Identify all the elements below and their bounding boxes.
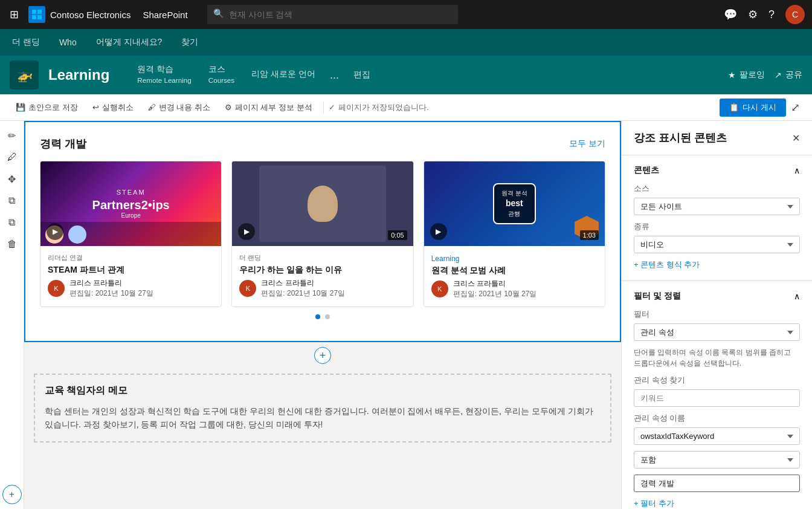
discard-button[interactable]: 🖋 변경 내용 취소 [142,100,216,115]
add-webpart-row: + [24,342,621,369]
chat-icon[interactable]: 💬 [724,8,737,21]
card-1-author: K 크리스 프라틀리 편집일: 2021년 10월 27일 [48,278,214,299]
discard-icon: 🖋 [148,103,156,112]
nav-item-who[interactable]: Who [59,35,77,50]
add-filter-button[interactable]: + 필터 추가 [634,498,800,509]
card-2: ▶ 0:05 더 랜딩 우리가 하는 일을 하는 이유 K 크리스 프라틀리 편… [231,161,413,307]
nav-item-find[interactable]: 찾기 [181,34,198,50]
partners-label: Partners2•ips [92,198,170,212]
card-1-thumb-bg: STEAM Partners2•ips Europe [40,161,221,246]
text-section-body: 학습 센터는 개인의 성장과 혁신적인 학습 도구에 대한 우리의 헌신에 대한… [45,404,601,432]
waffle-icon[interactable]: ⊞ [7,5,21,24]
source-select[interactable]: 모든 사이트 [634,198,800,215]
card-3-body: Learning 원격 분석 모범 사례 K 크리스 프라틀리 편집일: 202… [424,246,605,306]
save-draft-icon: 💾 [16,103,25,112]
steam-label: STEAM [117,189,146,196]
carousel-pagination [40,307,605,326]
pencil-tool-icon[interactable]: 🖊 [2,148,22,167]
pagination-dot-1[interactable] [315,314,320,319]
panel-content-header: 콘텐츠 [634,165,800,176]
type-label: 종류 [634,221,800,232]
edit-tool-icon[interactable]: ✏ [2,126,22,145]
nav-more-icon[interactable]: ... [324,66,345,84]
undo-button[interactable]: ↩ 실행취소 [86,100,140,115]
nav-edit[interactable]: 편집 [345,65,379,85]
expand-icon[interactable]: ⤢ [788,99,802,117]
follow-button[interactable]: ★ 팔로잉 [728,70,765,80]
filter-value-input[interactable] [634,475,800,492]
card-3-play-button[interactable]: ▶ [430,223,447,240]
help-icon[interactable]: ? [768,8,775,21]
site-title: Learning [48,66,109,83]
undo-icon: ↩ [92,103,99,112]
add-webpart-side-button[interactable]: + [2,485,22,504]
delete-tool-icon[interactable]: 🗑 [2,235,22,254]
europe-label: Europe [121,212,141,219]
republish-button[interactable]: 📋 다시 게시 [720,99,786,117]
page-details-button[interactable]: ⚙ 페이지 세부 정보 분석 [219,100,318,115]
card-2-author-name: 크리스 프라틀리 [261,278,345,288]
card-2-thumb-bg [232,161,413,246]
toolbar-separator [323,102,324,114]
highlighted-content-webpart: 경력 개발 모두 보기 STEAM Partners2•ips Europe [24,121,621,342]
move-tool-icon[interactable]: ✥ [2,169,22,189]
card-2-date: 편집일: 2021년 10월 27일 [261,288,345,299]
text-section-title: 교육 책임자의 메모 [45,384,601,397]
nav-courses[interactable]: 코스Courses [200,59,243,91]
panel-content-section: 콘텐츠 소스 모든 사이트 종류 비디오 + 콘텐츠 형식 추가 [622,155,812,280]
pagination-dot-2[interactable] [325,314,330,319]
panel-content-chevron[interactable] [794,166,800,175]
card-3-author-name: 크리스 프라틀리 [453,279,537,289]
user-avatar[interactable]: C [785,5,805,24]
nav-remote-learning[interactable]: 원격 학습Remote Learning [129,59,199,91]
card-2-author: K 크리스 프라틀리 편집일: 2021년 10월 27일 [239,278,405,299]
managed-prop-name-select[interactable]: owstaxIdTaxKeyword [634,427,800,445]
source-label: 소스 [634,183,800,194]
managed-prop-search-input[interactable] [634,389,800,407]
card-2-avatar: K [239,280,256,297]
site-header: 🚁 Learning 원격 학습Remote Learning 코스Course… [0,56,812,94]
copy-tool-icon[interactable]: ⧉ [2,191,22,210]
card-1-date: 편집일: 2021년 10월 27일 [69,288,153,299]
card-1-thumbnail: STEAM Partners2•ips Europe ▶ [40,161,221,246]
app-logo: Contoso Electronics [28,6,130,23]
card-1: STEAM Partners2•ips Europe ▶ [40,161,222,307]
save-draft-button[interactable]: 💾 초안으로 저장 [10,100,84,115]
card-3-category: Learning [431,254,460,263]
settings-icon[interactable]: ⚙ [748,8,758,21]
card-2-duration: 0:05 [388,230,407,240]
search-input[interactable] [207,5,459,24]
card-3-author: K 크리스 프라틀리 편집일: 2021년 10월 27일 [431,279,598,299]
nav-new-language[interactable]: 리암 새로운 언어 [243,64,324,86]
add-content-type-button[interactable]: + 콘텐츠 형식 추가 [634,259,800,270]
panel-filter-header: 필터 및 정렬 [634,291,800,302]
svg-rect-3 [37,15,42,19]
card-1-author-name: 크리스 프라틀리 [69,278,153,288]
site-navigation: 원격 학습Remote Learning 코스Courses 리암 새로운 언어… [129,59,379,91]
filter-select[interactable]: 관리 속성 [634,323,800,341]
add-webpart-button[interactable]: + [314,347,331,364]
card-3-thumb-bg: 원격 분석 best 관행 [424,161,605,246]
share-button[interactable]: ↗ 공유 [775,70,802,80]
site-logo: 🚁 [10,60,39,89]
panel-title: 강조 표시된 콘텐츠 [634,131,727,145]
search-container [207,5,459,24]
highlighted-content-panel: 강조 표시된 콘텐츠 ✕ 콘텐츠 소스 모든 사이트 종류 비디오 + 콘텐츠 … [621,121,812,509]
panel-filter-chevron[interactable] [794,291,800,301]
card-1-title: STEAM 파트너 관계 [48,265,214,276]
nav-item-howdoyoudo[interactable]: 어떻게 지내세요? [96,34,163,50]
operator-select[interactable]: 포함 [634,451,800,468]
card-1-author-info: 크리스 프라틀리 편집일: 2021년 10월 27일 [69,278,153,299]
share-label: 공유 [785,70,802,80]
nav-item-landing[interactable]: 더 랜딩 [12,34,40,50]
duplicate-tool-icon[interactable]: ⧉ [2,213,22,232]
page-details-label: 페이지 세부 정보 분석 [235,102,312,113]
filter-label: 필터 [634,309,800,320]
panel-close-button[interactable]: ✕ [792,132,800,144]
check-icon: ✓ [329,103,335,112]
card-1-play-button[interactable]: ▶ [47,223,63,240]
view-all-link[interactable]: 모두 보기 [569,138,605,149]
republish-icon: 📋 [729,103,739,112]
type-select[interactable]: 비디오 [634,236,800,253]
star-icon: ★ [728,70,736,80]
